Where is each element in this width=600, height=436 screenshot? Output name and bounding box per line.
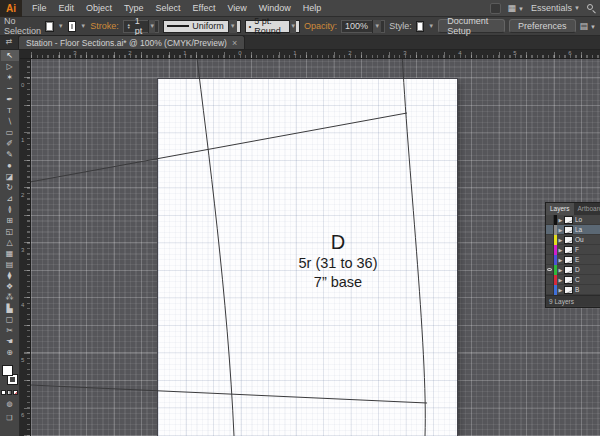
visibility-toggle[interactable] [546, 225, 554, 235]
horizontal-ruler[interactable]: 3210123456 [20, 50, 600, 59]
dropdown-button[interactable]: ▼ [148, 20, 155, 33]
gradient-button[interactable] [7, 390, 12, 395]
layer-row-la[interactable]: ▶La [546, 225, 600, 235]
vertical-ruler[interactable]: 0123456 [20, 59, 31, 436]
none-button[interactable] [13, 390, 18, 395]
visibility-toggle[interactable] [546, 215, 554, 225]
color-button[interactable] [1, 390, 6, 395]
section-spec-text[interactable]: 5r (31 to 36) [299, 254, 378, 273]
layer-thumbnail[interactable] [564, 236, 573, 244]
expand-triangle-icon[interactable]: ▶ [557, 267, 564, 273]
layer-thumbnail[interactable] [564, 226, 573, 234]
visibility-toggle[interactable] [546, 285, 554, 295]
stepper-icon[interactable]: ▲▼ [127, 23, 131, 29]
layer-row-f[interactable]: ▶F [546, 245, 600, 255]
width-tool-icon[interactable]: ≬ [1, 204, 19, 215]
visibility-toggle[interactable] [546, 235, 554, 245]
fill-proxy[interactable] [2, 365, 13, 376]
menu-edit[interactable]: Edit [53, 3, 81, 13]
perspective-grid-tool-icon[interactable]: △ [1, 237, 19, 248]
expand-triangle-icon[interactable]: ▶ [557, 277, 564, 283]
panel-menu-icon[interactable]: ▤▼ [580, 21, 596, 31]
screen-mode-icon[interactable]: ❏ [6, 413, 12, 423]
expand-triangle-icon[interactable]: ▶ [557, 247, 564, 253]
opacity-panel-link[interactable]: Opacity: [304, 21, 337, 31]
layer-thumbnail[interactable] [564, 266, 573, 274]
pencil-tool-icon[interactable]: ✎ [1, 149, 19, 160]
close-icon[interactable]: × [232, 38, 237, 48]
pen-tool-icon[interactable]: ✒ [1, 94, 19, 105]
chevron-down-icon[interactable]: ▼ [80, 23, 86, 29]
bridge-icon[interactable] [490, 3, 501, 14]
chevron-down-icon[interactable]: ▼ [428, 23, 434, 29]
workspace-switcher[interactable]: Essentials ▼ [531, 3, 580, 13]
visibility-toggle[interactable] [546, 275, 554, 285]
artboard-tool-icon[interactable]: ▢ [1, 314, 19, 325]
layer-thumbnail[interactable] [564, 246, 573, 254]
document-setup-button[interactable]: Document Setup [438, 19, 505, 33]
type-tool-icon[interactable]: T [1, 105, 19, 116]
preferences-button[interactable]: Preferences [509, 19, 576, 33]
drawing-mode-icon[interactable]: ◍ [6, 399, 12, 409]
section-base-text[interactable]: 7” base [314, 273, 362, 292]
layer-name[interactable]: La [575, 226, 582, 233]
arrange-documents-icon[interactable]: ▦▼ [508, 3, 524, 13]
menu-help[interactable]: Help [297, 3, 328, 13]
width-profile-dropdown[interactable]: Uniform ▼ [163, 20, 241, 33]
layer-name[interactable]: F [575, 246, 579, 253]
paintbrush-tool-icon[interactable]: ✐ [1, 138, 19, 149]
visibility-toggle[interactable] [546, 245, 554, 255]
layer-name[interactable]: E [575, 256, 579, 263]
layer-row-ou[interactable]: ▶Ou [546, 235, 600, 245]
document-tab[interactable]: Station - Floor Sections.ai* @ 100% (CMY… [18, 35, 245, 49]
artboard-text-block[interactable]: D 5r (31 to 36) 7” base [299, 230, 378, 292]
stroke-panel-link[interactable]: Stroke: [90, 21, 119, 31]
magic-wand-tool-icon[interactable]: ✶ [1, 72, 19, 83]
selection-tool-icon[interactable]: ↖ [1, 50, 19, 61]
layer-thumbnail[interactable] [564, 286, 573, 294]
upper-diagonal-path[interactable] [31, 113, 407, 182]
layer-row-c[interactable]: ▶C [546, 275, 600, 285]
layer-row-d[interactable]: ▶D [546, 265, 600, 275]
fill-stroke-control[interactable] [1, 364, 19, 388]
tab-artboards[interactable]: Artboards [574, 203, 600, 215]
menu-object[interactable]: Object [80, 3, 118, 13]
lower-diagonal-path[interactable] [31, 385, 427, 403]
collapse-panels-icon[interactable]: ⇄ [0, 35, 18, 49]
blob-brush-tool-icon[interactable]: ● [1, 160, 19, 171]
opacity-dropdown[interactable]: 100% ▼ [341, 20, 385, 33]
brush-dropdown[interactable]: • 5 pt. Round ▼ [245, 20, 300, 33]
layer-name[interactable]: B [575, 286, 579, 293]
chevron-down-icon[interactable]: ▼ [58, 23, 64, 29]
direct-selection-tool-icon[interactable]: ▷ [1, 61, 19, 72]
layer-name[interactable]: C [575, 276, 580, 283]
menu-select[interactable]: Select [150, 3, 187, 13]
layer-name[interactable]: Ou [575, 236, 584, 243]
menu-effect[interactable]: Effect [187, 3, 222, 13]
stroke-color-swatch[interactable] [68, 21, 77, 32]
free-transform-tool-icon[interactable]: ⊞ [1, 215, 19, 226]
visibility-toggle[interactable] [546, 265, 554, 275]
search-icon[interactable] [587, 4, 596, 13]
layer-row-b[interactable]: ▶B [546, 285, 600, 295]
menu-type[interactable]: Type [118, 3, 150, 13]
expand-triangle-icon[interactable]: ▶ [557, 227, 564, 233]
lasso-tool-icon[interactable]: ∽ [1, 83, 19, 94]
dropdown-button[interactable]: ▼ [228, 20, 237, 33]
mesh-tool-icon[interactable]: ▦ [1, 248, 19, 259]
tab-layers[interactable]: Layers [546, 203, 574, 215]
stroke-weight-dropdown[interactable]: ▲▼ 1 pt ▼ [123, 20, 159, 33]
zoom-tool-icon[interactable]: ⊕ [1, 347, 19, 358]
expand-triangle-icon[interactable]: ▶ [557, 287, 564, 293]
right-curve-path[interactable] [402, 59, 425, 436]
visibility-toggle[interactable] [546, 255, 554, 265]
expand-triangle-icon[interactable]: ▶ [557, 237, 564, 243]
shape-builder-tool-icon[interactable]: ◱ [1, 226, 19, 237]
rotate-tool-icon[interactable]: ↻ [1, 182, 19, 193]
menu-file[interactable]: File [26, 3, 53, 13]
layer-row-e[interactable]: ▶E [546, 255, 600, 265]
menu-window[interactable]: Window [253, 3, 297, 13]
layer-name[interactable]: D [575, 266, 580, 273]
line-segment-tool-icon[interactable]: ∖ [1, 116, 19, 127]
menu-view[interactable]: View [221, 3, 252, 13]
